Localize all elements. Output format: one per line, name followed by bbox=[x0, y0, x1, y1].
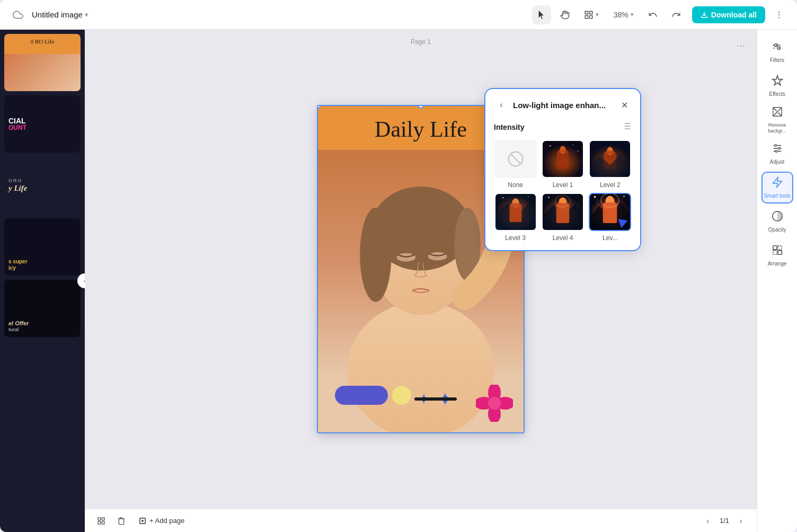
canvas-more-btn[interactable]: ⋯ bbox=[733, 38, 748, 53]
svg-point-5 bbox=[778, 11, 780, 12]
undo-btn[interactable] bbox=[643, 5, 662, 24]
svg-rect-71 bbox=[98, 521, 101, 524]
intensity-thumb-level3 bbox=[494, 193, 537, 231]
view-mode-arrow: ▾ bbox=[596, 11, 599, 18]
panel-close-btn[interactable]: ✕ bbox=[617, 97, 632, 112]
handle-top-mid[interactable] bbox=[418, 105, 423, 109]
intensity-level1[interactable]: Level 1 bbox=[541, 140, 584, 189]
topbar: Untitled image ▾ ▾ 38% ▾ bbox=[0, 0, 797, 30]
svg-line-37 bbox=[510, 154, 520, 164]
list-item[interactable]: 0 RO Life bbox=[4, 34, 81, 91]
svg-rect-2 bbox=[585, 15, 588, 18]
deco-flower bbox=[476, 385, 513, 422]
list-item[interactable]: ORO y Life bbox=[4, 157, 81, 214]
svg-rect-70 bbox=[102, 518, 104, 520]
svg-point-54 bbox=[527, 197, 528, 198]
svg-point-6 bbox=[778, 14, 780, 15]
delete-page-btn[interactable] bbox=[113, 513, 129, 529]
topbar-center: ▾ 38% ▾ bbox=[532, 5, 686, 24]
add-page-btn[interactable]: + Add page bbox=[134, 513, 190, 529]
svg-rect-41 bbox=[559, 150, 566, 153]
intensity-level5[interactable]: Lev... bbox=[589, 193, 632, 242]
arrange-label: Arrange bbox=[768, 261, 787, 267]
opacity-icon bbox=[772, 210, 783, 225]
svg-point-83 bbox=[778, 147, 780, 149]
intensity-none[interactable]: None bbox=[494, 140, 537, 189]
intensity-label-level4: Level 4 bbox=[553, 234, 573, 242]
intensity-label-level1: Level 1 bbox=[553, 181, 573, 189]
intensity-adjust-icon[interactable] bbox=[621, 121, 632, 134]
enhancement-panel: ‹ Low-light image enhan... ✕ Intensity bbox=[484, 88, 641, 251]
page-nav: ‹ 1/1 › bbox=[701, 513, 748, 528]
svg-rect-0 bbox=[585, 11, 588, 14]
list-item[interactable]: el Offer tural bbox=[4, 280, 81, 337]
remove-bg-icon bbox=[772, 106, 783, 120]
svg-rect-86 bbox=[773, 245, 776, 249]
topbar-more-btn[interactable] bbox=[769, 5, 789, 24]
intensity-level2[interactable]: Level 2 bbox=[589, 140, 632, 189]
intensity-label: Intensity bbox=[494, 123, 525, 131]
svg-rect-58 bbox=[557, 203, 568, 207]
intensity-label-level5: Lev... bbox=[603, 234, 617, 242]
handle-top-left[interactable] bbox=[317, 105, 321, 109]
redo-btn[interactable] bbox=[667, 5, 686, 24]
sidebar-tool-effects[interactable]: Effects bbox=[761, 70, 793, 102]
opacity-label: Opacity bbox=[768, 227, 786, 233]
svg-rect-87 bbox=[777, 245, 781, 249]
doc-title[interactable]: Untitled image ▾ bbox=[32, 10, 88, 19]
topbar-left: Untitled image ▾ bbox=[8, 5, 526, 24]
list-item[interactable]: s super icy bbox=[4, 218, 81, 276]
svg-point-68 bbox=[624, 196, 625, 197]
intensity-level3[interactable]: Level 3 bbox=[494, 193, 537, 242]
svg-rect-89 bbox=[777, 250, 781, 254]
page-next-btn[interactable]: › bbox=[733, 513, 748, 528]
zoom-btn[interactable]: 38% ▾ bbox=[608, 5, 639, 24]
page-indicator: 1/1 bbox=[720, 517, 729, 525]
sidebar-template-list: 0 RO Life CIAL OUNT ORO y Life bbox=[0, 30, 85, 532]
intensity-thumb-level1 bbox=[542, 140, 584, 178]
main-area: ‹ 0 RO Life CIAL OUNT ORO y Li bbox=[0, 30, 797, 532]
canvas-area: Page 1 ⋯ ↻ bbox=[85, 30, 757, 532]
sidebar-tool-arrange[interactable]: Arrange bbox=[761, 240, 793, 271]
panel-title: Low-light image enhan... bbox=[513, 101, 613, 110]
intensity-level4[interactable]: Level 4 bbox=[541, 193, 584, 242]
page-prev-btn[interactable]: ‹ bbox=[701, 513, 715, 528]
intensity-thumb-level5 bbox=[589, 193, 631, 231]
download-all-btn[interactable]: Download all bbox=[692, 6, 765, 23]
svg-point-44 bbox=[577, 150, 579, 152]
intensity-thumb-none bbox=[494, 140, 537, 178]
intensity-row: Intensity bbox=[494, 121, 632, 134]
adjust-label: Adjust bbox=[770, 159, 785, 165]
cloud-icon-btn[interactable] bbox=[8, 5, 28, 24]
grid-view-btn[interactable] bbox=[93, 513, 109, 529]
intensity-label-none: None bbox=[508, 181, 523, 189]
close-icon: ✕ bbox=[621, 100, 628, 110]
panel-header: ‹ Low-light image enhan... ✕ bbox=[494, 97, 632, 112]
deco-pill bbox=[335, 386, 388, 405]
svg-point-60 bbox=[548, 197, 550, 198]
intensity-label-level2: Level 2 bbox=[600, 181, 621, 189]
page-label: Page 1 bbox=[411, 38, 431, 46]
sidebar-tool-smart-tools[interactable]: Smart tools bbox=[761, 172, 793, 203]
panel-back-btn[interactable]: ‹ bbox=[494, 97, 509, 112]
effects-icon bbox=[772, 75, 783, 89]
sidebar-tool-filters[interactable]: Filters bbox=[761, 36, 793, 68]
hand-tool-btn[interactable] bbox=[555, 5, 574, 24]
svg-point-42 bbox=[550, 145, 551, 147]
sidebar-tool-remove-bg[interactable]: Remove backgr... bbox=[761, 104, 793, 136]
arrange-icon bbox=[772, 244, 783, 259]
add-page-label: + Add page bbox=[149, 517, 184, 525]
pointer-tool-btn[interactable] bbox=[532, 5, 551, 24]
sidebar-tool-adjust[interactable]: Adjust bbox=[761, 138, 793, 170]
list-item[interactable]: CIAL OUNT bbox=[4, 95, 81, 153]
doc-title-chevron: ▾ bbox=[85, 11, 88, 19]
svg-point-7 bbox=[778, 17, 780, 18]
effects-label: Effects bbox=[769, 91, 785, 97]
svg-point-15 bbox=[347, 302, 494, 433]
filters-label: Filters bbox=[770, 57, 784, 64]
svg-point-43 bbox=[572, 144, 573, 145]
view-mode-btn[interactable]: ▾ bbox=[579, 5, 604, 24]
sidebar-tool-opacity[interactable]: Opacity bbox=[761, 206, 793, 237]
adjust-icon bbox=[772, 143, 783, 157]
remove-bg-label: Remove backgr... bbox=[761, 122, 793, 134]
